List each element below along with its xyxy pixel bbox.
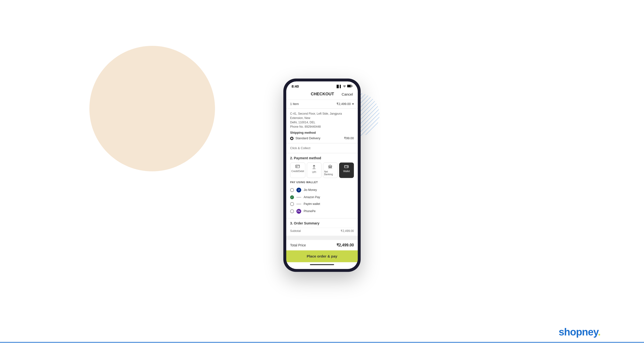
tab-netbanking[interactable]: Net Banking xyxy=(323,162,338,178)
bottom-decorative-line xyxy=(0,342,644,343)
phone-mockup: 8:40 ▐▌▌ xyxy=(283,78,361,272)
click-collect-label: Click & Collect xyxy=(290,146,310,150)
svg-rect-4 xyxy=(352,85,352,87)
screen-content: 1 Item ₹2,499.00 ▾ C-41, Second Floor, L… xyxy=(286,100,358,240)
shopney-logo: shopney. xyxy=(559,326,600,338)
total-label: Total Price xyxy=(290,243,306,247)
shipping-method-label: Shipping method xyxy=(290,131,354,134)
status-time: 8:40 xyxy=(292,84,299,88)
logo-text: shopney xyxy=(559,326,598,338)
total-price-bar: Total Price ₹2,499.00 xyxy=(286,240,358,250)
order-summary-section: 3. Order Summary Subtotal ₹2,499.00 xyxy=(286,218,358,236)
svg-rect-9 xyxy=(328,166,332,167)
chevron-down-icon: ▾ xyxy=(352,102,354,106)
wallet-option-paytm[interactable]: Paytm wallet xyxy=(290,201,354,207)
svg-point-15 xyxy=(347,167,348,167)
wifi-icon xyxy=(343,85,346,88)
shipping-option-price: ₹99.00 xyxy=(344,136,354,140)
phonepe-label: PhonePe xyxy=(304,209,316,213)
order-summary-title: 3. Order Summary xyxy=(290,221,354,225)
shipping-option-standard[interactable]: Standard Delivery ₹99.00 xyxy=(290,136,354,140)
total-price-value: ₹2,499.00 xyxy=(336,243,354,247)
checkout-header: CHECKOUT Cancel xyxy=(286,90,358,100)
home-indicator xyxy=(310,264,334,265)
radio-unchecked-paytm-icon xyxy=(290,202,294,206)
svg-rect-12 xyxy=(331,167,332,168)
subtotal-label: Subtotal xyxy=(290,229,301,233)
checkout-title: CHECKOUT xyxy=(303,92,342,96)
order-summary-bar[interactable]: 1 Item ₹2,499.00 ▾ xyxy=(286,100,358,108)
radio-unchecked-phonepe-icon xyxy=(290,209,294,213)
paytm-dash xyxy=(296,204,301,204)
payment-tabs: Credit/Debit UPI xyxy=(290,162,354,178)
phonepe-logo: Pe xyxy=(296,209,301,214)
netbanking-icon xyxy=(328,165,332,169)
shipping-option-name: Standard Delivery xyxy=(296,136,320,140)
paytm-wallet-label: Paytm wallet xyxy=(304,202,320,206)
radio-selected-icon xyxy=(290,137,294,140)
payment-section-title: 2. Payment method xyxy=(290,156,354,160)
tab-netbanking-label: Net Banking xyxy=(324,170,336,176)
place-order-button[interactable]: Place order & pay xyxy=(286,250,358,262)
order-item-count: 1 Item xyxy=(290,102,299,106)
wallet-icon xyxy=(344,165,348,169)
radio-unchecked-icon xyxy=(290,188,294,192)
svg-rect-10 xyxy=(329,167,330,168)
order-total-price: ₹2,499.00 ▾ xyxy=(336,102,354,106)
signal-icon: ▐▌▌ xyxy=(336,85,342,88)
background-circle xyxy=(90,46,215,171)
cancel-button[interactable]: Cancel xyxy=(342,92,353,96)
tab-upi[interactable]: UPI xyxy=(307,162,322,178)
home-bar xyxy=(286,262,358,269)
tab-credit-debit[interactable]: Credit/Debit xyxy=(290,162,305,178)
logo-dot: . xyxy=(598,326,600,338)
status-bar: 8:40 ▐▌▌ xyxy=(286,81,358,90)
payment-method-section: 2. Payment method Credit/Debit xyxy=(286,153,358,218)
jio-logo: J xyxy=(296,188,301,192)
jio-money-label: Jio Money xyxy=(304,188,317,192)
wallet-option-amazon[interactable]: Amazon Pay xyxy=(290,194,354,201)
svg-rect-3 xyxy=(347,85,351,87)
svg-rect-13 xyxy=(328,168,332,168)
credit-card-icon xyxy=(296,165,300,169)
phone-screen: 8:40 ▐▌▌ xyxy=(286,81,358,269)
wallet-option-jio[interactable]: J Jio Money xyxy=(290,186,354,194)
tab-wallet-label: Wallet xyxy=(343,170,350,173)
tab-upi-label: UPI xyxy=(312,171,316,174)
wallet-section-title: PAY USING WALLET xyxy=(290,181,354,184)
svg-rect-5 xyxy=(296,165,300,168)
battery-icon xyxy=(347,84,352,88)
amazon-dash xyxy=(296,197,301,197)
wallet-option-phonepe[interactable]: Pe PhonePe xyxy=(290,207,354,215)
radio-checked-icon xyxy=(290,195,294,199)
phone-frame: 8:40 ▐▌▌ xyxy=(283,78,361,272)
tab-wallet[interactable]: Wallet xyxy=(339,162,354,178)
svg-rect-11 xyxy=(330,167,331,168)
tab-credit-label: Credit/Debit xyxy=(291,170,304,173)
amazon-pay-label: Amazon Pay xyxy=(304,195,320,199)
status-icons: ▐▌▌ xyxy=(336,84,352,88)
upi-icon xyxy=(312,165,316,170)
svg-rect-7 xyxy=(296,167,297,167)
address-shipping-card: C-41, Second Floor, Left Side, Jangpura … xyxy=(286,109,358,143)
click-collect-section[interactable]: Click & Collect xyxy=(286,143,358,153)
subtotal-value: ₹2,499.00 xyxy=(340,229,354,233)
address-text: C-41, Second Floor, Left Side, Jangpura … xyxy=(290,111,354,129)
